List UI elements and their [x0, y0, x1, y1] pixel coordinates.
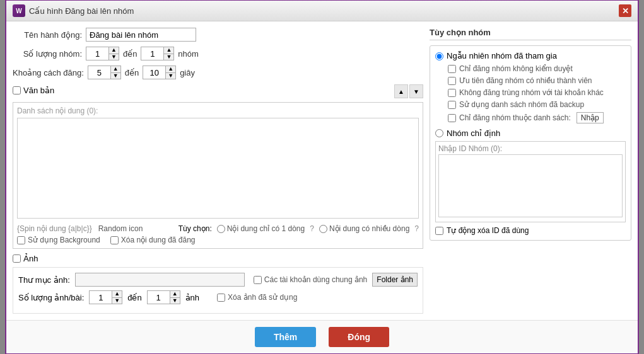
- help-icon-1[interactable]: ?: [310, 224, 314, 233]
- them-button[interactable]: Thêm: [255, 327, 316, 347]
- spin-row: {Spin nội dung {a|b|c}} Random icon Tùy …: [17, 224, 419, 233]
- khoang-cach-to-up[interactable]: ▲: [166, 66, 175, 73]
- folder-input[interactable]: [75, 273, 245, 287]
- chi-dang-thuoc-text: Chỉ đăng nhóm thuộc danh sách:: [459, 113, 571, 122]
- cac-tk-checkbox[interactable]: [254, 276, 262, 284]
- anh-from-up[interactable]: ▲: [112, 291, 122, 298]
- su-dung-bg-label[interactable]: Sử dụng Background: [17, 236, 100, 244]
- config-dialog: W Cấu hình Đăng bài lên nhóm ✕ Tên hành …: [5, 0, 639, 354]
- chi-dang-thuoc-danh-sach-row: Chỉ đăng nhóm thuộc danh sách: Nhập: [448, 112, 626, 123]
- khong-dang-trung-row: Không đăng trùng nhóm với tài khoản khác: [448, 88, 626, 97]
- ngau-nhien-row: Ngẫu nhiên nhóm đã tham gia: [435, 51, 626, 60]
- giay-label: giây: [180, 68, 195, 77]
- su-dung-bg-text: Sử dụng Background: [28, 236, 100, 244]
- su-dung-danh-sach-checkbox[interactable]: [448, 101, 456, 109]
- noi-dung-1-dong-radio[interactable]: [217, 225, 225, 233]
- noi-dung-nhieu-dong-radio[interactable]: [319, 225, 327, 233]
- xoa-anh-text: Xóa ảnh đã sử dụng: [228, 293, 297, 302]
- so-luong-anh-label: Số lượng ảnh/bài:: [18, 293, 84, 302]
- group-options-box: Ngẫu nhiên nhóm đã tham gia Chỉ đăng nhó…: [430, 45, 631, 241]
- tu-dong-text: Tự động xóa ID đã dùng: [447, 226, 529, 235]
- khoang-cach-from-up[interactable]: ▲: [111, 66, 120, 73]
- tu-dong-checkbox[interactable]: [435, 227, 443, 235]
- xoa-noi-dung-checkbox[interactable]: [110, 236, 119, 244]
- van-ban-check-row: Văn bản: [13, 86, 54, 95]
- anh-check-row: Ảnh: [13, 254, 423, 263]
- anh-to-btns: ▲ ▼: [170, 291, 180, 304]
- khoang-cach-row: Khoảng cách đăng: ▲ ▼ đến ▲ ▼ giây: [13, 66, 423, 79]
- khoang-cach-from-down[interactable]: ▼: [111, 73, 120, 79]
- nhom-label: nhóm: [178, 49, 199, 59]
- action-name-row: Tên hành động:: [13, 28, 423, 42]
- id-label: Nhập ID Nhóm (0):: [438, 144, 623, 153]
- so-luong-to-down[interactable]: ▼: [164, 54, 173, 60]
- id-textarea[interactable]: [438, 154, 623, 217]
- xoa-anh-checkbox[interactable]: [217, 294, 225, 302]
- xoa-noi-dung-text: Xóa nội dung đã đăng: [121, 236, 196, 244]
- khong-dang-trung-checkbox[interactable]: [448, 89, 456, 97]
- xoa-noi-dung-label[interactable]: Xóa nội dung đã đăng: [110, 236, 196, 244]
- footer-buttons: Thêm Đóng: [6, 320, 638, 353]
- ngau-nhien-radio[interactable]: [435, 52, 443, 60]
- dong-button[interactable]: Đóng: [329, 327, 389, 347]
- nhom-chi-dinh-label: Nhóm chỉ định: [447, 128, 500, 138]
- so-luong-to-up[interactable]: ▲: [164, 47, 173, 54]
- xoa-anh-label[interactable]: Xóa ảnh đã sử dụng: [217, 293, 297, 302]
- anh-unit: ảnh: [185, 293, 199, 302]
- folder-btn[interactable]: Folder ảnh: [372, 273, 418, 287]
- nav-down-btn[interactable]: ▼: [409, 84, 423, 98]
- anh-section: Ảnh Thư mục ảnh: Các tài khoản dùng chun…: [13, 254, 423, 314]
- help-icon-2[interactable]: ?: [414, 224, 419, 233]
- cac-tk-label[interactable]: Các tài khoản dùng chung ảnh: [254, 275, 367, 284]
- title-bar-left: W Cấu hình Đăng bài lên nhóm: [13, 4, 134, 17]
- tu-dong-row: Tự động xóa ID đã dùng: [435, 226, 626, 235]
- van-ban-checkbox[interactable]: [13, 86, 21, 94]
- so-luong-from-btns: ▲ ▼: [108, 47, 119, 60]
- khoang-cach-to-input[interactable]: [143, 66, 165, 79]
- so-luong-from-input[interactable]: [86, 47, 108, 60]
- khoang-cach-label: Khoảng cách đăng:: [13, 68, 84, 77]
- nhom-chi-dinh-radio[interactable]: [435, 129, 443, 137]
- nhom-chi-dinh-section: Nhóm chỉ định Nhập ID Nhóm (0): Tự động …: [435, 128, 626, 235]
- noi-dung-nhieu-dong-radio-label[interactable]: Nội dung có nhiều dòng: [319, 224, 409, 233]
- uu-tien-checkbox[interactable]: [448, 77, 456, 85]
- spin-label: {Spin nội dung {a|b|c}}: [17, 224, 92, 233]
- so-luong-to-input[interactable]: [141, 47, 163, 60]
- anh-to-up[interactable]: ▲: [170, 291, 180, 298]
- section-nav: ▲ ▼: [394, 84, 423, 98]
- close-button[interactable]: ✕: [619, 4, 631, 17]
- so-luong-anh-row: Số lượng ảnh/bài: ▲ ▼ đến: [18, 290, 418, 304]
- dialog-title: Cấu hình Đăng bài lên nhóm: [29, 6, 134, 16]
- khoang-cach-to-down[interactable]: ▼: [166, 73, 175, 79]
- action-name-input[interactable]: [86, 28, 196, 42]
- khoang-cach-from-btns: ▲ ▼: [110, 66, 120, 79]
- title-bar: W Cấu hình Đăng bài lên nhóm ✕: [6, 1, 638, 21]
- van-ban-header: Văn bản ▲ ▼: [13, 84, 423, 98]
- anh-checkbox[interactable]: [13, 254, 21, 263]
- anh-to-input[interactable]: [148, 291, 170, 304]
- right-panel: Tùy chọn nhóm Ngẫu nhiên nhóm đã tham gi…: [430, 28, 631, 314]
- khong-dang-trung-text: Không đăng trùng nhóm với tài khoản khác: [459, 88, 604, 97]
- content-area-label: Danh sách nội dung (0):: [17, 106, 419, 115]
- anh-to-down[interactable]: ▼: [170, 298, 180, 304]
- noi-dung-1-dong-text: Nội dung chỉ có 1 dòng: [227, 224, 305, 233]
- so-luong-from-spinner: ▲ ▼: [86, 47, 119, 60]
- app-logo: W: [13, 4, 25, 17]
- chi-dang-checkbox[interactable]: [448, 65, 456, 73]
- nhap-btn[interactable]: Nhập: [577, 112, 604, 123]
- noi-dung-1-dong-radio-label[interactable]: Nội dung chỉ có 1 dòng: [217, 224, 305, 233]
- so-luong-to-btns: ▲ ▼: [163, 47, 173, 60]
- so-luong-from-up[interactable]: ▲: [109, 47, 119, 54]
- nhom-chi-dinh-row: Nhóm chỉ định: [435, 128, 626, 138]
- anh-from-down[interactable]: ▼: [112, 298, 122, 304]
- khoang-cach-from-input[interactable]: [88, 66, 110, 79]
- thu-muc-row: Thư mục ảnh: Các tài khoản dùng chung ản…: [18, 273, 418, 287]
- su-dung-bg-checkbox[interactable]: [17, 236, 25, 244]
- anh-from-input[interactable]: [90, 291, 112, 304]
- khoang-cach-from-spinner: ▲ ▼: [88, 66, 121, 79]
- so-luong-from-down[interactable]: ▼: [109, 54, 119, 60]
- chi-dang-thuoc-checkbox[interactable]: [448, 114, 456, 122]
- nav-up-btn[interactable]: ▲: [394, 84, 408, 98]
- su-dung-danh-sach-row: Sử dụng danh sách nhóm đã backup: [448, 100, 626, 109]
- content-textarea[interactable]: [17, 118, 419, 219]
